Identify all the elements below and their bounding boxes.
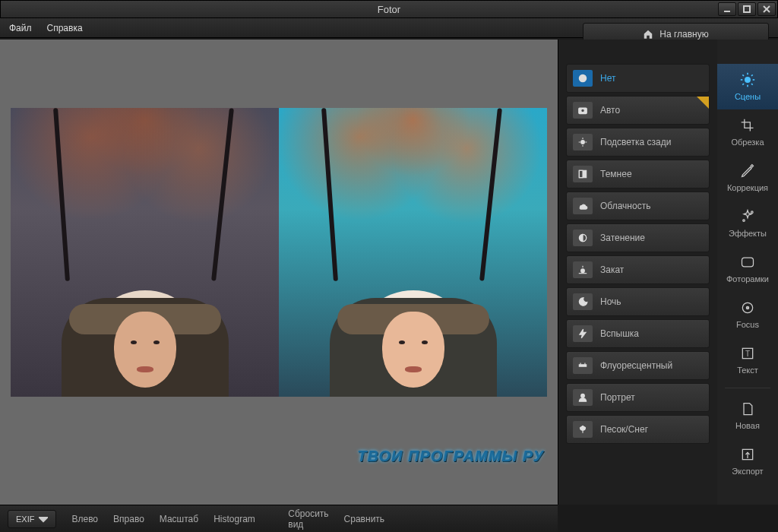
scene-label: Нет: [600, 73, 615, 84]
menu-help[interactable]: Справка: [47, 23, 83, 33]
scene-item-camera[interactable]: Авто: [566, 96, 710, 125]
sidebar-label: Коррекция: [727, 183, 768, 192]
flash-icon: [573, 325, 593, 342]
main-area: ТВОИ ПРОГРАММЫ РУ НетАвтоПодсветка сзади…: [0, 40, 778, 505]
scene-item-none[interactable]: Нет: [566, 64, 710, 93]
sunset-icon: [573, 261, 593, 278]
sidebar-sun[interactable]: Сцены: [717, 64, 778, 109]
scene-item-backlight[interactable]: Подсветка сзади: [566, 128, 710, 157]
svg-point-25: [745, 78, 751, 83]
scene-item-flash[interactable]: Вспышка: [566, 319, 710, 348]
svg-point-7: [581, 109, 585, 112]
exif-button[interactable]: EXIF: [8, 510, 56, 528]
night-icon: [573, 293, 593, 310]
scene-label: Затенение: [600, 233, 645, 243]
zoom-button[interactable]: Масштаб: [155, 514, 198, 524]
sidebar-frame[interactable]: Фоторамки: [717, 246, 778, 292]
tool-sidebar: СценыОбрезкаКоррекцияЭффектыФоторамкиFoc…: [717, 40, 778, 505]
svg-rect-20: [579, 365, 586, 366]
sand-icon: [573, 421, 593, 438]
sidebar-export[interactable]: Экспорт: [717, 439, 778, 484]
home-icon: [643, 29, 653, 40]
sidebar-pencil[interactable]: Коррекция: [717, 155, 778, 201]
darken-icon: [573, 166, 593, 182]
svg-rect-1: [744, 6, 750, 12]
image-edited: [279, 108, 547, 397]
menu-file[interactable]: Файл: [9, 23, 32, 33]
svg-line-30: [742, 74, 744, 76]
scene-item-night[interactable]: Ночь: [566, 287, 710, 316]
scene-label: Вспышка: [600, 328, 639, 339]
sun-icon: [740, 72, 755, 89]
sidebar-crop[interactable]: Обрезка: [717, 109, 778, 155]
none-icon: [573, 70, 593, 87]
scene-item-darken[interactable]: Темнее: [566, 160, 710, 188]
bottom-bar: EXIF Влево Вправо Масштаб Histogram Сбро…: [0, 505, 558, 532]
scene-label: Флуоресцентный: [600, 360, 672, 371]
scene-label: Темнее: [600, 169, 632, 179]
svg-point-23: [581, 394, 585, 397]
focus-icon: [740, 300, 755, 317]
maximize-button[interactable]: [738, 2, 756, 16]
scene-item-sand[interactable]: Песок/Снег: [566, 415, 710, 444]
image-original: [11, 108, 279, 397]
export-icon: [740, 447, 755, 464]
sidebar-label: Эффекты: [729, 229, 767, 238]
sidebar-label: Сцены: [735, 92, 761, 101]
right-panels: НетАвтоПодсветка сзадиТемнееОблачностьЗа…: [558, 40, 778, 505]
sidebar-label: Обрезка: [731, 138, 764, 147]
scene-label: Портрет: [600, 392, 635, 403]
svg-marker-43: [39, 517, 48, 521]
canvas-area: ТВОИ ПРОГРАММЫ РУ: [0, 40, 558, 505]
svg-point-16: [581, 269, 585, 273]
scene-label: Ночь: [600, 296, 621, 307]
reset-view-button[interactable]: Сбросить вид: [266, 508, 329, 530]
watermark-text: ТВОИ ПРОГРАММЫ РУ: [357, 448, 544, 465]
pencil-icon: [740, 163, 755, 180]
text-icon: T: [740, 346, 755, 363]
window-controls: [718, 2, 776, 16]
svg-line-33: [751, 74, 753, 76]
scene-label: Подсветка сзади: [600, 137, 671, 147]
fluorescent-icon: [573, 357, 593, 374]
rotate-right-button[interactable]: Вправо: [109, 514, 144, 524]
svg-marker-19: [580, 329, 586, 338]
sidebar-label: Focus: [736, 320, 759, 329]
scene-list: НетАвтоПодсветка сзадиТемнееОблачностьЗа…: [558, 40, 717, 505]
sidebar-focus[interactable]: Focus: [717, 292, 778, 337]
svg-point-38: [746, 306, 748, 309]
rotate-left-button[interactable]: Влево: [67, 514, 98, 524]
svg-line-32: [742, 84, 744, 85]
svg-rect-14: [579, 170, 583, 177]
svg-line-31: [751, 84, 753, 85]
image-compare[interactable]: [11, 108, 547, 397]
sidebar-text[interactable]: TТекст: [717, 337, 778, 383]
backlight-icon: [573, 134, 593, 150]
compare-button[interactable]: Сравнить: [340, 514, 384, 524]
scene-label: Песок/Снег: [600, 424, 648, 435]
sidebar-sparkle[interactable]: Эффекты: [717, 201, 778, 246]
reset-icon: [266, 510, 283, 527]
sidebar-label: Фоторамки: [726, 274, 769, 283]
camera-icon: [573, 102, 593, 119]
sidebar-label: Новая: [735, 421, 760, 430]
minimize-button[interactable]: [718, 2, 736, 16]
svg-point-34: [751, 211, 754, 214]
close-button[interactable]: [757, 2, 776, 16]
sidebar-file[interactable]: Новая: [717, 393, 778, 439]
svg-text:T: T: [745, 350, 750, 358]
sparkle-icon: [740, 209, 755, 226]
cloud-icon: [573, 198, 593, 214]
sidebar-label: Текст: [737, 366, 758, 375]
scene-item-portrait[interactable]: Портрет: [566, 383, 710, 412]
scene-item-fluorescent[interactable]: Флуоресцентный: [566, 351, 710, 380]
title-bar: Fotor: [0, 0, 778, 18]
scene-item-shade[interactable]: Затенение: [566, 223, 710, 252]
crop-icon: [740, 118, 755, 135]
svg-point-35: [743, 220, 745, 222]
histogram-button[interactable]: Histogram: [209, 514, 255, 524]
scene-item-cloud[interactable]: Облачность: [566, 192, 710, 220]
file-icon: [740, 401, 755, 418]
sidebar-separator: [725, 388, 770, 388]
scene-item-sunset[interactable]: Закат: [566, 255, 710, 284]
